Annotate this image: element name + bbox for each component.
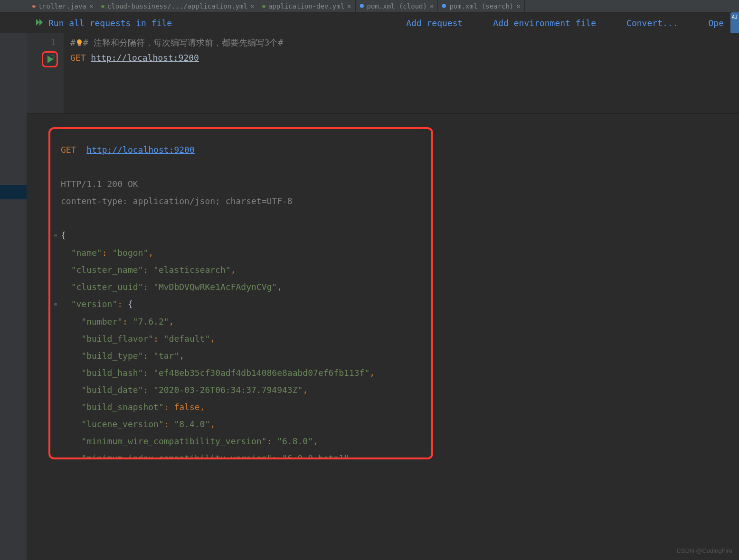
line-number: 1 (27, 35, 64, 50)
code-line: ## 注释和分隔符，每次编写请求前，都要先编写3个# (70, 35, 739, 50)
tab-label: application-dev.yml (268, 2, 344, 10)
sidebar-selection[interactable] (0, 185, 27, 199)
ai-badge[interactable]: AI (730, 12, 739, 33)
tab-file[interactable]: ⬢ pom.xml (cloud) × (356, 0, 438, 12)
tab-file[interactable]: ◉ application-dev.yml × (258, 0, 355, 12)
bulb-icon[interactable] (76, 36, 83, 44)
add-env-file-button[interactable]: Add environment file (493, 18, 596, 28)
left-sidebar (0, 33, 27, 560)
svg-rect-0 (78, 45, 81, 46)
xml-icon: ⬢ (360, 3, 364, 9)
editor-tabs: ◉ troller.java × ◉ cloud-bussiness/.../a… (0, 0, 739, 12)
java-icon: ◉ (32, 3, 36, 9)
request-url[interactable]: http://localhost:9200 (91, 53, 199, 63)
yml-icon: ◉ (262, 3, 265, 9)
convert-button[interactable]: Convert... (626, 18, 678, 28)
add-request-button[interactable]: Add request (406, 18, 463, 28)
code-area[interactable]: ## 注释和分隔符，每次编写请求前，都要先编写3个# GET http://lo… (64, 33, 739, 113)
editor: 1 2 ## 注释和分隔符，每次编写请求前，都要先编写3个# GET http:… (0, 33, 739, 114)
response-status: HTTP/1.1 200 OK (61, 176, 422, 193)
run-all-label: Run all requests in file (48, 18, 172, 28)
line-gutter: 1 2 (27, 33, 64, 113)
close-icon[interactable]: × (430, 2, 434, 10)
fold-icon[interactable]: ⊟ (54, 296, 60, 313)
xml-icon: ⬢ (442, 3, 446, 9)
tab-label: pom.xml (search) (449, 2, 513, 10)
http-toolbar: Run all requests in file Add request Add… (0, 12, 739, 33)
tab-label: cloud-bussiness/.../application.yml (107, 2, 247, 10)
response-panel: GET http://localhost:9200 HTTP/1.1 200 O… (48, 127, 433, 459)
tab-label: troller.java (38, 2, 86, 10)
watermark: CSDN @CodingFire (677, 547, 732, 554)
tab-file[interactable]: ◉ troller.java × (28, 0, 97, 12)
play-all-icon (36, 19, 45, 27)
tab-file[interactable]: ◉ cloud-bussiness/.../application.yml × (97, 0, 258, 12)
close-icon[interactable]: × (250, 2, 254, 10)
close-icon[interactable]: × (89, 2, 93, 10)
run-all-button[interactable]: Run all requests in file (36, 18, 172, 28)
response-content-type: content-type: application/json; charset=… (61, 193, 422, 210)
yml-icon: ◉ (101, 3, 104, 9)
code-line: GET http://localhost:9200 (70, 50, 739, 65)
tab-file[interactable]: ⬢ pom.xml (search) × (438, 0, 524, 12)
response-method: GET (61, 145, 76, 155)
run-request-button[interactable] (42, 51, 58, 67)
open-button[interactable]: Ope (708, 18, 724, 28)
close-icon[interactable]: × (516, 2, 520, 10)
tab-label: pom.xml (cloud) (367, 2, 427, 10)
response-url[interactable]: http://localhost:9200 (86, 145, 195, 155)
fold-icon[interactable]: ⊟ (54, 227, 60, 244)
close-icon[interactable]: × (347, 2, 351, 10)
